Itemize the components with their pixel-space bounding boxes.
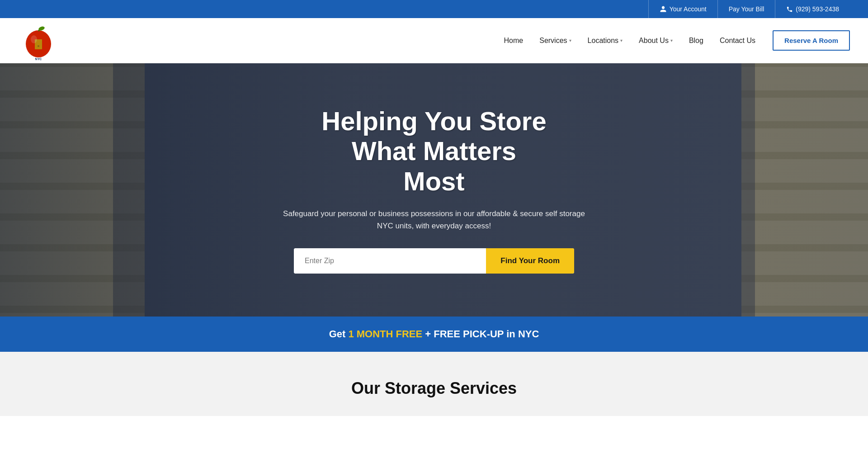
nav-links: Home Services ▾ Locations ▾ About Us ▾ B… bbox=[496, 37, 764, 45]
nav-about[interactable]: About Us ▾ bbox=[631, 37, 681, 45]
account-icon bbox=[660, 5, 667, 13]
main-nav: NYC Mini Storage, Inc. Home Services ▾ L… bbox=[0, 18, 868, 63]
zip-search-input[interactable] bbox=[294, 248, 486, 274]
bill-label: Pay Your Bill bbox=[729, 5, 764, 13]
top-bar: Your Account Pay Your Bill (929) 593-243… bbox=[0, 0, 868, 18]
nav-contact[interactable]: Contact Us bbox=[712, 37, 764, 45]
logo-area[interactable]: NYC Mini Storage, Inc. bbox=[18, 20, 59, 61]
phone-label: (929) 593-2438 bbox=[796, 5, 839, 13]
account-label: Your Account bbox=[670, 5, 707, 13]
promo-bar: Get 1 MONTH FREE + FREE PICK-UP in NYC bbox=[0, 317, 868, 352]
about-chevron-icon: ▾ bbox=[670, 38, 673, 43]
hero-subtitle: Safeguard your personal or business poss… bbox=[276, 208, 592, 232]
nav-locations[interactable]: Locations ▾ bbox=[580, 37, 631, 45]
services-section: Our Storage Services bbox=[0, 352, 868, 416]
phone-icon bbox=[786, 6, 793, 13]
hero-title: Helping You Store What Matters Most bbox=[276, 106, 592, 197]
promo-suffix: + FREE PICK-UP in NYC bbox=[422, 328, 539, 340]
locations-chevron-icon: ▾ bbox=[620, 38, 623, 43]
services-title: Our Storage Services bbox=[18, 379, 850, 398]
nav-blog[interactable]: Blog bbox=[681, 37, 712, 45]
promo-prefix: Get bbox=[329, 328, 349, 340]
find-room-button[interactable]: Find Your Room bbox=[486, 248, 574, 274]
bill-link[interactable]: Pay Your Bill bbox=[718, 0, 776, 18]
svg-text:NYC: NYC bbox=[35, 57, 42, 61]
promo-highlight: 1 MONTH FREE bbox=[348, 328, 422, 340]
reserve-button[interactable]: Reserve A Room bbox=[773, 30, 850, 51]
hero-section: Helping You Store What Matters Most Safe… bbox=[0, 63, 868, 317]
search-bar: Find Your Room bbox=[294, 248, 574, 274]
phone-link[interactable]: (929) 593-2438 bbox=[775, 0, 850, 18]
svg-point-3 bbox=[31, 35, 37, 43]
services-chevron-icon: ▾ bbox=[569, 38, 571, 43]
account-link[interactable]: Your Account bbox=[648, 0, 718, 18]
nav-services[interactable]: Services ▾ bbox=[531, 37, 579, 45]
svg-rect-2 bbox=[38, 45, 39, 47]
logo-image: NYC Mini Storage, Inc. bbox=[18, 20, 59, 61]
nav-home[interactable]: Home bbox=[496, 37, 532, 45]
hero-content: Helping You Store What Matters Most Safe… bbox=[276, 106, 592, 274]
